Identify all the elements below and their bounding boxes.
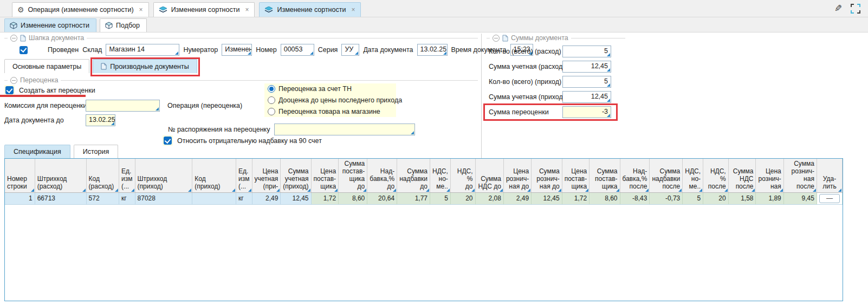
table-cell[interactable]: 572 [86, 192, 119, 204]
tab-specifikaciya[interactable]: Спецификация [4, 145, 70, 158]
radio-icon[interactable] [268, 96, 275, 104]
column-header[interactable]: НДС, % до [450, 159, 475, 192]
proveden-checkbox[interactable] [20, 46, 28, 54]
table-cell[interactable]: 20 [703, 192, 729, 204]
table-cell[interactable]: 5 [683, 192, 703, 204]
table-cell[interactable] [192, 192, 236, 204]
table-cell[interactable]: -0,73 [650, 192, 683, 204]
sum-row: Кол-во (всего) (расход) 5 [489, 46, 611, 57]
table-cell[interactable]: 1 [5, 192, 35, 204]
column-header[interactable]: Штрихкод (расход) [35, 159, 86, 192]
column-header[interactable]: Номер строки [5, 159, 35, 192]
radio-checked-icon[interactable] [268, 85, 275, 93]
table-cell[interactable]: 20,64 [367, 192, 397, 204]
table-cell[interactable]: 12,45 [532, 192, 562, 204]
tab-proizvodnye-dokumenty[interactable]: Производные документы [93, 59, 197, 73]
collapse-icon[interactable] [10, 77, 17, 84]
negative-markup-checkbox[interactable] [164, 137, 172, 145]
column-header[interactable]: Над- бавка,% до [367, 159, 397, 192]
column-header[interactable]: Код (приход) [192, 159, 236, 192]
column-header[interactable]: Сумма НДС до [475, 159, 503, 192]
sum-field[interactable]: 12,45 [562, 61, 611, 73]
nomer-field[interactable]: 00053 [281, 44, 314, 56]
sum-field[interactable]: 5 [562, 76, 611, 88]
sum-field[interactable]: 12,45 [562, 91, 611, 103]
column-header[interactable]: Сумма надбавки до [397, 159, 430, 192]
numerator-field[interactable]: Изменен [222, 44, 252, 56]
column-header[interactable]: Цена постав- щика [562, 159, 590, 192]
tab-operation[interactable]: ⚙ Операция (изменение сортности) × [12, 2, 149, 17]
edit-pencil-icon[interactable]: ✎ [834, 3, 842, 14]
tab-osnovnye-parametry[interactable]: Основные параметры [4, 59, 89, 73]
column-header[interactable]: Сумма рознич- ная после [783, 159, 817, 192]
column-header[interactable]: Сумма постав- щика [590, 159, 620, 192]
tab-izmeneniya-sortnosti[interactable]: Изменения сортности × [153, 2, 255, 17]
table-cell[interactable]: 1,77 [397, 192, 430, 204]
close-icon[interactable]: × [245, 6, 249, 14]
sum-field[interactable]: 5 [562, 46, 611, 57]
column-header[interactable]: Код (расход) [86, 159, 119, 192]
subtab-label: Изменение сортности [21, 22, 89, 29]
close-icon[interactable]: × [351, 6, 355, 14]
collapse-icon[interactable] [10, 35, 17, 42]
date-to-field[interactable]: 13.02.25 [86, 114, 115, 126]
radio-option[interactable]: Дооценка до цены последнего прихода [268, 96, 393, 104]
sum-row: Сумма учетная (расход) 12,45 [489, 61, 611, 73]
delete-row-button[interactable]: — [819, 194, 840, 203]
order-number-field[interactable] [274, 124, 415, 135]
column-header[interactable]: Цена рознич- ная [756, 159, 783, 192]
column-header[interactable]: Ед. изм (... [236, 159, 252, 192]
column-header[interactable]: Сумма рознич- ная до [532, 159, 562, 192]
column-header[interactable]: Цена рознич- ная до [503, 159, 531, 192]
radio-icon[interactable] [268, 108, 275, 115]
table-cell[interactable]: 1,89 [756, 192, 783, 204]
column-header[interactable]: Сумма учетная (приход) [281, 159, 311, 192]
table-cell[interactable]: -8,43 [620, 192, 650, 204]
column-header[interactable]: Уда- лить [817, 159, 842, 192]
collapse-icon[interactable] [493, 35, 500, 42]
table-cell[interactable]: 5 [430, 192, 451, 204]
table-cell[interactable]: кг [236, 192, 252, 204]
table-cell[interactable]: 8,60 [590, 192, 620, 204]
table-row[interactable]: 166713572кг87028кг2,4912,451,728,6020,64… [5, 192, 843, 204]
radio-option[interactable]: Переоценка за счет ТН [268, 85, 393, 93]
subtab-izmenenie-sortnosti[interactable]: Изменение сортности [4, 18, 96, 32]
column-header[interactable]: Сумма постав- щика до [339, 159, 367, 192]
column-header[interactable]: Цена постав- щика [311, 159, 339, 192]
table-cell[interactable]: 1,58 [728, 192, 756, 204]
radio-option[interactable]: Переоценка товара на магазине [268, 108, 393, 115]
subtab-podbor[interactable]: Подбор [100, 18, 147, 32]
table-cell[interactable]: 66713 [35, 192, 86, 204]
sum-pereocenka-field[interactable]: -3 [562, 106, 611, 118]
table-cell[interactable]: 2,49 [503, 192, 531, 204]
table-cell[interactable]: 2,49 [252, 192, 281, 204]
column-header[interactable]: НДС, но- ме.. [430, 159, 451, 192]
column-header[interactable]: Цена учетная (при- [252, 159, 281, 192]
expand-icon[interactable] [851, 4, 860, 14]
table-cell[interactable]: кг [119, 192, 135, 204]
tab-istoriya[interactable]: История [74, 145, 118, 158]
doc-date-field[interactable]: 13.02.25 [417, 44, 448, 56]
commission-field[interactable] [86, 100, 160, 112]
tab-izmenenie-sortnosti-active[interactable]: Изменение сортности × [259, 2, 361, 17]
close-icon[interactable]: × [139, 6, 143, 14]
column-header[interactable]: Сумма надбавки после [650, 159, 683, 192]
sklad-field[interactable]: Магазин 14 [106, 44, 179, 56]
column-header[interactable]: Ед. изм (... [119, 159, 135, 192]
table-cell[interactable]: 20 [450, 192, 475, 204]
column-header[interactable]: Сумма НДС после [728, 159, 756, 192]
table-cell[interactable]: 1,72 [562, 192, 590, 204]
table-cell[interactable]: 8,60 [339, 192, 367, 204]
column-header[interactable]: Штрихкод (приход) [135, 159, 192, 192]
table-cell[interactable]: 2,08 [475, 192, 503, 204]
table-cell[interactable]: 1,72 [311, 192, 339, 204]
table-cell[interactable]: 87028 [135, 192, 192, 204]
column-header[interactable]: НДС, % после [703, 159, 729, 192]
seriya-field[interactable]: УУ [341, 44, 359, 56]
column-header[interactable]: Над- бавка,% после [620, 159, 650, 192]
column-header[interactable]: НДС, но- ме.. [683, 159, 703, 192]
create-act-checkbox[interactable] [5, 86, 14, 94]
table-cell[interactable]: 12,45 [281, 192, 311, 204]
table-cell[interactable]: — [817, 192, 842, 204]
table-cell[interactable]: 9,45 [783, 192, 817, 204]
